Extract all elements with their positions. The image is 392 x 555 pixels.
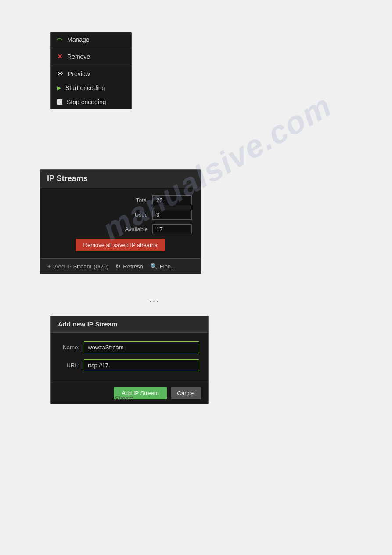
used-label: Used xyxy=(117,211,148,218)
total-label: Total xyxy=(117,197,148,203)
search-icon: 🔍 xyxy=(150,263,158,270)
cancel-btn[interactable]: Cancel xyxy=(171,387,201,399)
ip-streams-panel: IP Streams Total Used Available Remove a… xyxy=(40,169,201,274)
total-row: Total xyxy=(49,195,192,205)
dialog-body: Name: URL: xyxy=(51,333,208,382)
stop-encoding-label: Stop encoding xyxy=(67,98,106,105)
ellipsis: ... xyxy=(149,295,160,305)
dialog-title: Add new IP Stream xyxy=(51,316,208,333)
available-row: Available xyxy=(49,224,192,234)
used-value[interactable] xyxy=(152,210,192,220)
stream-text: Stream xyxy=(115,395,133,402)
manage-label: Manage xyxy=(67,36,90,43)
add-ip-stream-label: Add IP Stream xyxy=(54,263,91,270)
ip-streams-title: IP Streams xyxy=(40,170,201,188)
remove-menu-item[interactable]: ✕ Remove xyxy=(51,49,131,64)
divider-2 xyxy=(51,65,131,65)
x-icon: ✕ xyxy=(57,53,63,61)
divider-1 xyxy=(51,48,131,48)
available-label: Available xyxy=(117,226,148,232)
refresh-btn[interactable]: ↻ Refresh xyxy=(115,263,143,270)
ip-streams-footer: ＋ Add IP Stream (0/20) ↻ Refresh 🔍 Find.… xyxy=(40,258,201,274)
pencil-icon: ✏ xyxy=(57,36,63,44)
add-ip-stream-btn[interactable]: ＋ Add IP Stream (0/20) xyxy=(46,262,108,270)
name-row: Name: xyxy=(60,341,199,353)
refresh-icon: ↻ xyxy=(115,263,121,270)
name-label: Name: xyxy=(60,344,79,351)
remove-label: Remove xyxy=(67,53,90,60)
remove-all-btn[interactable]: Remove all saved IP streams xyxy=(76,239,165,251)
add-stream-dialog: Add new IP Stream Name: URL: Add IP Stre… xyxy=(50,316,209,404)
refresh-label: Refresh xyxy=(123,263,143,270)
start-encoding-menu-item[interactable]: ▶ Start encoding xyxy=(51,81,131,95)
play-icon: ▶ xyxy=(57,85,61,91)
plus-icon: ＋ xyxy=(46,262,52,270)
find-label: Find... xyxy=(160,263,176,270)
manage-menu-item[interactable]: ✏ Manage xyxy=(51,32,131,47)
used-row: Used xyxy=(49,210,192,220)
context-menu: ✏ Manage ✕ Remove 👁 Preview ▶ Start enco… xyxy=(50,32,132,109)
ip-streams-body: Total Used Available Remove all saved IP… xyxy=(40,188,201,258)
url-row: URL: xyxy=(60,359,199,371)
name-input[interactable] xyxy=(84,341,199,353)
stop-icon xyxy=(57,99,62,105)
find-btn[interactable]: 🔍 Find... xyxy=(150,263,176,270)
url-input[interactable] xyxy=(84,359,199,371)
url-label: URL: xyxy=(60,362,79,369)
start-encoding-label: Start encoding xyxy=(65,84,105,91)
preview-label: Preview xyxy=(68,70,90,77)
eye-icon: 👁 xyxy=(57,70,64,77)
stop-encoding-menu-item[interactable]: Stop encoding xyxy=(51,95,131,109)
add-ip-stream-count: (0/20) xyxy=(94,263,108,270)
preview-menu-item[interactable]: 👁 Preview xyxy=(51,66,131,81)
available-value[interactable] xyxy=(152,224,192,234)
total-value[interactable] xyxy=(152,195,192,205)
